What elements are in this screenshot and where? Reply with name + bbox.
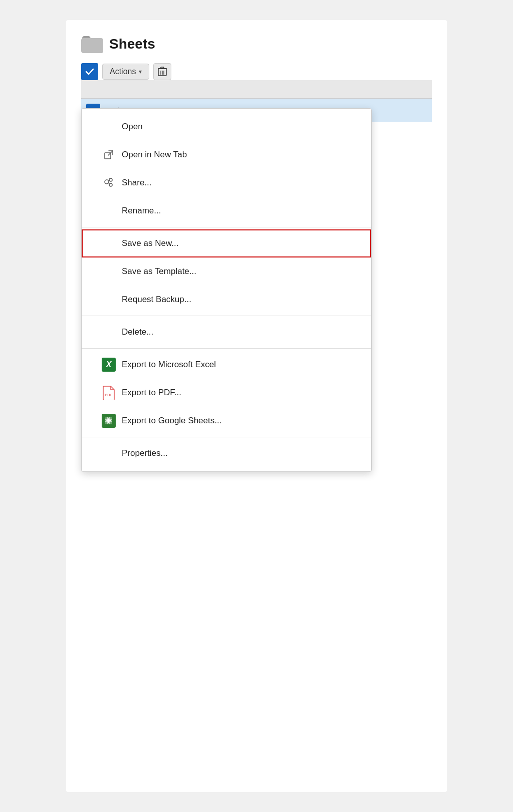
share-icon [102,176,116,190]
dropdown-item-delete[interactable]: Delete... [82,318,371,346]
dropdown-item-export-excel[interactable]: X Export to Microsoft Excel [82,351,371,379]
dropdown-item-export-pdf[interactable]: PDF Export to PDF... [82,379,371,407]
dropdown-item-delete-label: Delete... [122,327,153,337]
external-link-icon [102,148,116,162]
save-as-template-icon-placeholder [102,264,116,279]
dropdown-item-properties-label: Properties... [122,448,168,458]
dropdown-item-export-pdf-label: Export to PDF... [122,388,181,398]
open-icon-placeholder [102,120,116,134]
trash-icon [158,67,167,77]
svg-text:PDF: PDF [105,393,113,397]
dropdown-item-export-excel-label: Export to Microsoft Excel [122,360,216,370]
page-header: Sheets [81,35,432,53]
svg-line-14 [109,183,110,184]
delete-button[interactable] [153,63,171,80]
actions-label: Actions [110,67,136,76]
table-header-row [81,80,432,98]
actions-dropdown-menu: Open Open in New Tab [81,108,372,472]
dropdown-item-export-google[interactable]: Export to Google Sheets... [82,407,371,435]
save-as-new-icon-placeholder [102,236,116,250]
toolbar: Actions ▾ [81,63,432,80]
excel-icon: X [102,358,116,372]
page-container: Sheets Actions ▾ [66,20,447,792]
svg-point-12 [109,183,112,186]
dropdown-item-open-new-tab[interactable]: Open in New Tab [82,141,371,169]
dropdown-item-export-google-label: Export to Google Sheets... [122,416,221,426]
dropdown-item-save-as-template[interactable]: Save as Template... [82,257,371,286]
svg-point-11 [109,178,112,181]
dropdown-item-request-backup[interactable]: Request Backup... [82,286,371,314]
dropdown-item-save-as-template-label: Save as Template... [122,266,196,277]
page-title: Sheets [109,36,155,52]
table-area: ☆ Open Open in New Tab [81,80,432,122]
pdf-icon: PDF [102,386,116,400]
dropdown-item-share-label: Share... [122,178,152,188]
request-backup-icon-placeholder [102,293,116,307]
svg-point-10 [105,180,109,184]
dropdown-item-save-as-new-label: Save as New... [122,238,178,248]
dropdown-item-rename-label: Rename... [122,206,161,216]
rename-icon-placeholder [102,204,116,218]
dropdown-item-properties[interactable]: Properties... [82,439,371,467]
separator-2 [82,316,371,316]
dropdown-item-rename[interactable]: Rename... [82,197,371,225]
dropdown-item-share[interactable]: Share... [82,169,371,197]
delete-icon-placeholder [102,325,116,339]
dropdown-item-open[interactable]: Open [82,113,371,141]
actions-button[interactable]: Actions ▾ [102,64,149,80]
separator-4 [82,437,371,437]
google-sheets-icon [102,414,116,428]
dropdown-item-open-label: Open [122,122,143,132]
dropdown-item-open-new-tab-label: Open in New Tab [122,150,187,160]
actions-caret-icon: ▾ [139,68,142,75]
separator-3 [82,348,371,349]
folder-icon [81,35,103,53]
dropdown-item-request-backup-label: Request Backup... [122,295,191,305]
select-all-checkbox[interactable] [81,63,98,80]
separator-1 [82,227,371,227]
properties-icon-placeholder [102,446,116,460]
dropdown-item-save-as-new[interactable]: Save as New... [82,229,371,257]
